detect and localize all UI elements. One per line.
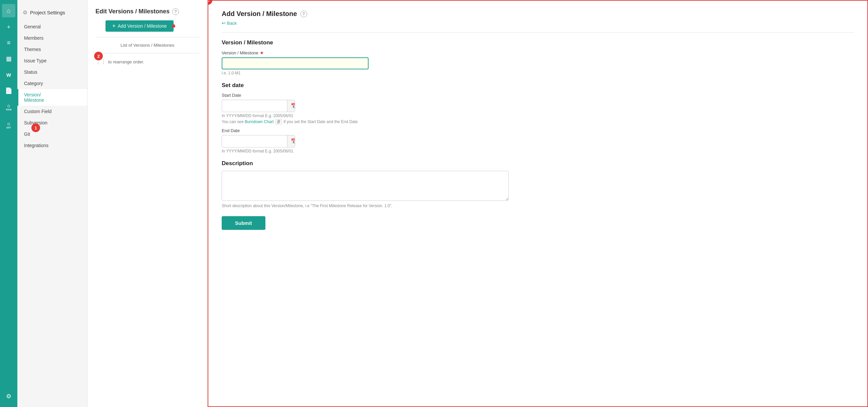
add-btn-dot bbox=[172, 24, 175, 28]
version-input[interactable] bbox=[222, 57, 369, 69]
required-marker: ★ bbox=[260, 50, 264, 56]
nav-home[interactable]: ⌂ bbox=[2, 4, 16, 18]
sidebar-item-git[interactable]: Git bbox=[18, 129, 87, 140]
sidebar-item-category[interactable]: Category bbox=[18, 78, 87, 89]
step-badge-3: 3 bbox=[208, 0, 212, 5]
nav-git-group: ⬡ GIT bbox=[2, 118, 16, 134]
step-badge-2: 2 bbox=[94, 52, 103, 60]
sidebar-item-issue-type[interactable]: Issue Type bbox=[18, 55, 87, 66]
end-date-label: End Date bbox=[222, 128, 854, 133]
nav-settings[interactable]: ⚙ bbox=[2, 389, 16, 403]
add-version-button[interactable]: Add Version / Milestone bbox=[105, 20, 174, 32]
end-date-input[interactable] bbox=[222, 136, 287, 147]
nav-svn[interactable]: ⬡ SVN bbox=[2, 101, 16, 114]
sidebar-item-subversion[interactable]: Subversion bbox=[18, 117, 87, 129]
main-content: 1 ⚙ Project Settings General Members The… bbox=[18, 0, 868, 407]
settings-icon: ⚙ bbox=[23, 9, 27, 16]
start-date-input[interactable] bbox=[222, 101, 287, 111]
list-header: List of Versions / Milestones bbox=[95, 37, 199, 54]
end-date-calendar[interactable]: 📅 bbox=[287, 135, 295, 147]
version-section-title: Version / Milestone bbox=[222, 39, 854, 46]
start-date-wrap: 📅 bbox=[222, 100, 295, 112]
middle-panel: 2 Edit Versions / Milestones ? Add Versi… bbox=[88, 0, 208, 407]
date-section-title: Set date bbox=[222, 82, 854, 89]
sidebar-item-integrations[interactable]: Integrations bbox=[18, 140, 87, 151]
divider-1 bbox=[222, 32, 854, 33]
end-date-format: In YYYY/MM/DD format E.g. 2005/06/01 bbox=[222, 149, 854, 154]
right-panel: 3 Add Version / Milestone ? ↩ Back Versi… bbox=[208, 0, 868, 407]
help-icon-middle[interactable]: ? bbox=[172, 8, 179, 15]
burndown-chart-link[interactable]: Burndown Chart bbox=[245, 120, 274, 124]
middle-panel-title: Edit Versions / Milestones ? bbox=[95, 8, 199, 15]
description-section-title: Description bbox=[222, 160, 854, 167]
start-date-label: Start Date bbox=[222, 93, 854, 98]
sidebar: ⚙ Project Settings General Members Theme… bbox=[18, 0, 88, 407]
description-textarea[interactable] bbox=[222, 171, 509, 201]
nav-plus[interactable]: ＋ bbox=[2, 20, 16, 33]
version-label: Version / Milestone ★ bbox=[222, 50, 854, 56]
sidebar-item-version-milestone[interactable]: Version/Milestone bbox=[18, 89, 87, 106]
burndown-chart-icon: 🗐 bbox=[275, 119, 282, 125]
nav-file[interactable]: 📄 bbox=[2, 84, 16, 97]
start-date-calendar[interactable]: 📅 bbox=[287, 100, 295, 112]
description-hint: Short description about this Version/Mil… bbox=[222, 203, 854, 208]
nav-bar: ⌂ ＋ ≡ ▦ W 📄 ⬡ SVN ⬡ GIT ⚙ bbox=[0, 0, 18, 407]
nav-kanban[interactable]: ▦ bbox=[2, 52, 16, 65]
version-hint: i.e. 1.0-M1 bbox=[222, 71, 854, 75]
burndown-hint: You can see Burndown Chart 🗐 if you set … bbox=[222, 120, 854, 124]
sidebar-header: ⚙ Project Settings bbox=[18, 7, 87, 21]
drag-hint: ⋮⋮ to rearrange order. bbox=[95, 59, 199, 65]
nav-git[interactable]: ⬡ GIT bbox=[2, 119, 16, 132]
help-icon-right[interactable]: ? bbox=[301, 11, 307, 18]
sidebar-item-members[interactable]: Members bbox=[18, 32, 87, 44]
sidebar-item-themes[interactable]: Themes bbox=[18, 44, 87, 55]
end-date-wrap: 📅 bbox=[222, 135, 295, 147]
step-badge-1: 1 bbox=[31, 124, 40, 132]
sidebar-item-general[interactable]: General bbox=[18, 21, 87, 32]
back-link[interactable]: ↩ Back bbox=[222, 20, 854, 26]
nav-wiki[interactable]: W bbox=[2, 68, 16, 81]
nav-svn-group: ⬡ SVN bbox=[2, 100, 16, 116]
back-arrow-icon: ↩ bbox=[222, 20, 226, 26]
submit-button[interactable]: Submit bbox=[222, 216, 266, 230]
start-date-format: In YYYY/MM/DD format E.g. 2005/06/01 bbox=[222, 113, 854, 118]
sidebar-item-status[interactable]: Status bbox=[18, 66, 87, 78]
nav-list[interactable]: ≡ bbox=[2, 36, 16, 49]
sidebar-item-custom-field[interactable]: Custom Field bbox=[18, 106, 87, 117]
right-panel-title: Add Version / Milestone ? bbox=[222, 10, 854, 18]
sidebar-title: Project Settings bbox=[30, 10, 65, 15]
